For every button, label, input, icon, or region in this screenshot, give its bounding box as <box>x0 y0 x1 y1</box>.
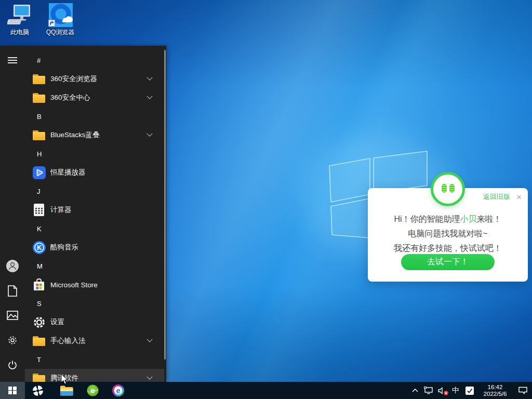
start-menu-scrollbar[interactable] <box>164 50 166 360</box>
folder-icon <box>32 334 46 348</box>
power-icon[interactable] <box>0 355 25 376</box>
user-avatar-icon[interactable] <box>0 256 25 276</box>
this-pc-icon <box>7 3 32 27</box>
mouse-cursor <box>61 374 69 385</box>
desktop-icon-label: QQ浏览器 <box>44 28 77 37</box>
menu-item-bluestacks[interactable]: BlueStacks蓝叠 <box>25 126 164 144</box>
hamburger-icon[interactable] <box>0 50 25 71</box>
alpha-header[interactable]: J <box>25 182 164 201</box>
chevron-up-icon[interactable] <box>408 382 422 399</box>
chevron-down-icon[interactable] <box>147 75 152 81</box>
system-tray: 中 16:42 2022/5/6 <box>408 382 532 399</box>
security-check-icon[interactable] <box>462 382 477 399</box>
start-button[interactable] <box>0 382 25 399</box>
taskbar: e e 中 16:42 2022/5/6 <box>0 382 532 399</box>
folder-explorer-icon <box>60 385 73 396</box>
folder-icon <box>32 128 46 142</box>
alpha-header[interactable]: B <box>25 107 164 126</box>
assistant-name: 小贝 <box>460 215 477 223</box>
desktop-icon-this-pc[interactable]: 此电脑 <box>3 3 36 37</box>
menu-item-360-browser[interactable]: 360安全浏览器 <box>25 70 164 88</box>
alpha-header[interactable]: H <box>25 144 164 163</box>
assistant-message: Hi！你的智能助理小贝来啦！ 电脑问题找我就对啦~ 我还有好多技能，快试试吧！ <box>368 212 528 256</box>
alpha-header[interactable]: # <box>25 51 164 70</box>
chevron-down-icon[interactable] <box>147 374 152 380</box>
hengxing-player-icon <box>32 166 46 179</box>
pinwheel-360-icon <box>32 384 44 397</box>
taskbar-clock[interactable]: 16:42 2022/5/6 <box>477 382 513 399</box>
chevron-down-icon[interactable] <box>147 131 152 137</box>
taskbar-app-green-browser[interactable]: e <box>81 382 104 399</box>
svg-text:e: e <box>116 387 120 395</box>
taskbar-app-360-safe[interactable] <box>26 382 49 399</box>
calculator-icon <box>32 203 46 217</box>
gear-icon[interactable] <box>0 330 25 351</box>
microsoft-store-icon <box>32 278 46 291</box>
try-it-button[interactable]: 去试一下！ <box>401 254 495 270</box>
tray-date: 2022/5/6 <box>484 391 507 397</box>
green-e-browser-icon: e <box>86 384 99 397</box>
close-icon[interactable]: × <box>516 193 522 202</box>
chevron-down-icon[interactable] <box>147 94 152 99</box>
alpha-header[interactable]: M <box>25 257 164 275</box>
volume-muted-icon[interactable] <box>435 382 449 399</box>
network-icon[interactable] <box>422 382 435 399</box>
alpha-header[interactable]: S <box>25 294 164 313</box>
folder-icon <box>32 91 46 104</box>
desktop-icon-qq-browser[interactable]: QQ浏览器 <box>44 3 77 37</box>
input-method-indicator[interactable]: 中 <box>449 382 462 399</box>
tray-time: 16:42 <box>488 384 503 391</box>
action-center-icon[interactable] <box>513 382 532 399</box>
documents-icon[interactable] <box>0 281 25 301</box>
back-to-old-version-link[interactable]: 返回旧版 <box>483 192 510 202</box>
alpha-header[interactable]: K <box>25 219 164 238</box>
rainbow-e-browser-icon: e <box>112 384 125 397</box>
start-menu-app-list: # 360安全浏览器 360安全中心 B BlueStacks蓝叠 H 恒星播放… <box>25 46 164 382</box>
folder-icon <box>32 72 46 86</box>
assistant-face-icon <box>431 172 465 206</box>
pictures-icon[interactable] <box>0 305 25 326</box>
svg-text:K: K <box>37 244 42 251</box>
svg-text:e: e <box>90 387 95 395</box>
desktop-icon-label: 此电脑 <box>3 28 36 37</box>
menu-item-shouxin-input[interactable]: 手心输入法 <box>25 331 164 350</box>
menu-item-settings[interactable]: 设置 <box>25 313 164 331</box>
menu-item-hengxing-player[interactable]: 恒星播放器 <box>25 163 164 182</box>
chevron-down-icon[interactable] <box>147 337 152 342</box>
start-menu: # 360安全浏览器 360安全中心 B BlueStacks蓝叠 H 恒星播放… <box>0 46 166 382</box>
kugou-music-icon: K <box>32 241 46 254</box>
taskbar-app-rainbow-browser[interactable]: e <box>107 382 129 399</box>
shortcut-arrow-badge <box>48 20 55 26</box>
menu-item-microsoft-store[interactable]: Microsoft Store <box>25 275 164 294</box>
qq-browser-icon <box>48 3 73 27</box>
alpha-header[interactable]: T <box>25 350 164 369</box>
windows-logo-icon <box>8 387 17 395</box>
menu-item-calculator[interactable]: 计算器 <box>25 201 164 219</box>
settings-gear-icon <box>32 315 46 329</box>
menu-item-360-center[interactable]: 360安全中心 <box>25 88 164 107</box>
menu-item-kugou-music[interactable]: K 酷狗音乐 <box>25 238 164 257</box>
start-menu-rail <box>0 46 25 382</box>
